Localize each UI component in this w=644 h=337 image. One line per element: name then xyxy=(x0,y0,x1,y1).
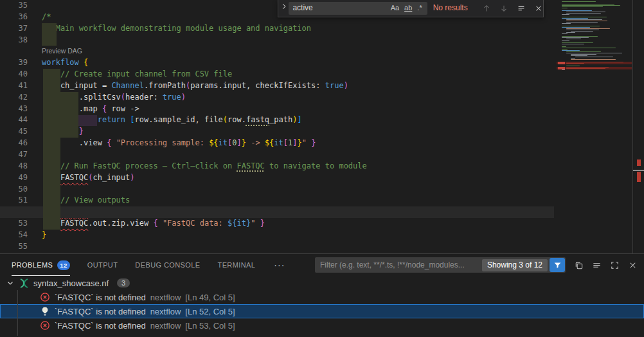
code-line[interactable]: 39workflow { xyxy=(0,57,554,69)
line-number[interactable]: 44 xyxy=(0,114,28,126)
code-token: FASTQC xyxy=(60,173,88,182)
lightbulb-icon xyxy=(40,306,50,316)
line-number[interactable]: 35 xyxy=(0,0,28,12)
close-panel-icon[interactable] xyxy=(628,260,638,270)
code-line[interactable]: 46 .view { "Processing sample: ${it[0]} … xyxy=(0,138,554,149)
find-next-icon[interactable] xyxy=(499,4,508,13)
find-previous-icon[interactable] xyxy=(482,4,491,13)
chevron-down-icon[interactable] xyxy=(5,278,15,288)
code-token: ] xyxy=(237,138,242,147)
more-tabs-icon[interactable]: ··· xyxy=(274,260,285,270)
code-line[interactable]: 42 .splitCsv(header: true) xyxy=(0,92,554,104)
error-icon xyxy=(40,320,50,331)
regex-icon[interactable]: .* xyxy=(415,3,424,14)
codelens-label[interactable]: Preview DAG xyxy=(42,46,82,57)
code-line[interactable]: 48 // Run FastQC process — Ctrl–click on… xyxy=(0,161,554,172)
line-number[interactable]: 53 xyxy=(0,218,28,230)
code-line[interactable]: 55 xyxy=(0,241,554,253)
code-token: row.sample_id, file xyxy=(135,115,223,124)
line-number[interactable]: 55 xyxy=(0,241,28,253)
code-line[interactable]: 45 } xyxy=(0,126,554,138)
code-token: params.input, checkIfExists: xyxy=(190,81,325,90)
line-number[interactable]: 54 xyxy=(0,230,28,241)
line-number[interactable]: 48 xyxy=(0,161,28,172)
codelens-row[interactable]: Preview DAG xyxy=(0,46,554,57)
problems-filter: Showing 3 of 12 xyxy=(315,257,566,273)
tab-output[interactable]: OUTPUT xyxy=(87,254,118,276)
showing-count-badge: Showing 3 of 12 xyxy=(482,259,548,271)
code-token: [ xyxy=(130,115,134,124)
line-number[interactable]: 37 xyxy=(0,23,28,35)
line-number[interactable]: 47 xyxy=(0,149,28,161)
code-token: .out.zip.view xyxy=(88,219,153,228)
line-number[interactable]: 46 xyxy=(0,138,28,149)
problem-position: [Ln 52, Col 5] xyxy=(185,307,235,316)
view-as-list-icon[interactable] xyxy=(592,260,602,270)
code-line[interactable]: 38 */ xyxy=(0,35,554,46)
line-number[interactable]: 45 xyxy=(0,126,28,138)
code-line[interactable]: 54} xyxy=(0,230,554,241)
code-token: ( xyxy=(223,115,228,124)
line-number[interactable]: 51 xyxy=(0,195,28,206)
code-line[interactable]: 50 xyxy=(0,184,554,196)
tab-problems[interactable]: PROBLEMS12 xyxy=(12,254,70,276)
tab-terminal[interactable]: TERMINAL xyxy=(218,254,256,276)
code-text: .view { "Processing sample: ${it[0]} -> … xyxy=(42,138,316,149)
code-token: FASTQC xyxy=(60,219,88,228)
line-number[interactable]: 49 xyxy=(0,172,28,184)
copy-icon[interactable] xyxy=(574,260,584,270)
code-editor[interactable]: 3536/*37 * Main workflow demonstrating m… xyxy=(0,0,644,253)
line-number[interactable]: 39 xyxy=(0,57,28,69)
line-number[interactable]: 50 xyxy=(0,184,28,196)
whole-word-icon[interactable]: ab xyxy=(402,3,415,14)
find-in-selection-icon[interactable] xyxy=(517,4,526,13)
problem-row[interactable]: `FASTQC` is not definednextflow[Ln 52, C… xyxy=(0,304,644,318)
line-number[interactable]: 42 xyxy=(0,92,28,104)
code-text: /* xyxy=(42,12,51,23)
line-number[interactable]: 52 xyxy=(0,206,28,218)
minimap[interactable] xyxy=(557,1,632,252)
problem-row[interactable]: `FASTQC` is not definednextflow[Ln 53, C… xyxy=(0,318,644,332)
problem-row[interactable]: `FASTQC` is not definednextflow[Ln 49, C… xyxy=(0,290,644,304)
code-token: to navigate to module xyxy=(265,161,367,170)
line-number[interactable]: 43 xyxy=(0,104,28,115)
code-token: ) xyxy=(181,93,186,102)
code-text: */ xyxy=(42,35,56,46)
match-case-icon[interactable]: Aa xyxy=(388,3,402,14)
line-number[interactable]: 38 xyxy=(0,35,28,46)
code-line[interactable]: 47 xyxy=(0,149,554,161)
code-token: "FastQC report: xyxy=(167,207,242,216)
code-token: } xyxy=(260,219,265,228)
line-number[interactable]: 36 xyxy=(0,12,28,23)
problems-file-row[interactable]: syntax_showcase.nf 3 xyxy=(0,276,644,290)
code-line[interactable]: 41 ch_input = Channel.fromPath(params.in… xyxy=(0,80,554,92)
code-line[interactable]: 52 FASTQC.out.html.view { "FastQC report… xyxy=(0,206,554,218)
line-number[interactable] xyxy=(0,46,28,57)
code-token xyxy=(111,138,116,147)
code-token: } xyxy=(311,138,316,147)
code-token xyxy=(158,219,163,228)
code-token: -> xyxy=(246,138,265,147)
code-token xyxy=(42,207,60,216)
code-token: header: xyxy=(125,93,163,102)
close-icon[interactable] xyxy=(534,4,543,13)
code-token: // Run FastQC process — Ctrl–click on xyxy=(60,161,237,170)
find-input[interactable]: active Aa ab .* xyxy=(289,2,427,15)
line-number[interactable]: 41 xyxy=(0,80,28,92)
code-line[interactable]: 43 .map { row -> xyxy=(0,104,554,115)
code-line[interactable]: 53 FASTQC.out.zip.view { "FastQC data: $… xyxy=(0,218,554,230)
code-line[interactable]: 37 * Main workflow demonstrating module … xyxy=(0,23,554,35)
code-line[interactable]: 49 FASTQC(ch_input) xyxy=(0,172,554,184)
maximize-panel-icon[interactable] xyxy=(610,260,620,270)
tab-debug-console[interactable]: DEBUG CONSOLE xyxy=(135,254,200,276)
overview-ruler[interactable] xyxy=(632,0,644,253)
problem-source: nextflow xyxy=(150,307,181,316)
toggle-replace-chevron-icon[interactable] xyxy=(280,3,289,14)
line-number[interactable]: 40 xyxy=(0,69,28,80)
code-token: .splitCsv xyxy=(42,93,121,102)
code-line[interactable]: 51 // View outputs xyxy=(0,195,554,206)
code-line[interactable]: 44 return [row.sample_id, file(row.fastq… xyxy=(0,114,554,126)
filter-input[interactable] xyxy=(320,260,482,269)
filter-funnel-icon[interactable] xyxy=(550,258,565,272)
code-line[interactable]: 40 // Create input channel from CSV file xyxy=(0,69,554,80)
